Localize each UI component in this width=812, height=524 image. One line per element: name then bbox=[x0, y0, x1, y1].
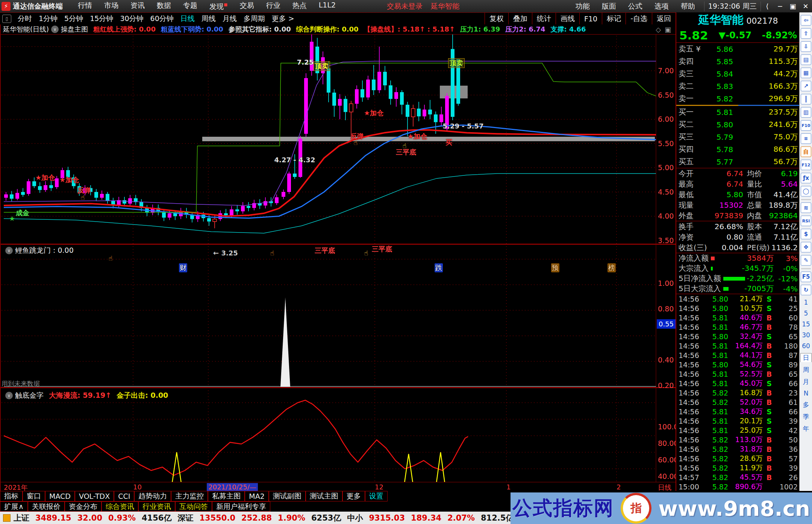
ring-icon[interactable]: ◯ bbox=[801, 186, 811, 196]
money-icon[interactable]: $ bbox=[801, 229, 811, 239]
x-axis-label-2021/10/25/—[interactable]: 2021/10/25/— bbox=[207, 483, 258, 491]
menu-item-选项[interactable]: 选项 bbox=[654, 2, 669, 11]
restore-button[interactable]: ▣ bbox=[786, 2, 799, 10]
period-tab-1分钟[interactable]: 1分钟 bbox=[39, 14, 58, 24]
tab-新用户福利专享[interactable]: 新用户福利专享 bbox=[212, 501, 270, 512]
tab-窗口[interactable]: 窗口 bbox=[23, 491, 45, 501]
tab-趋势动力[interactable]: 趋势动力 bbox=[134, 491, 171, 501]
bid-row[interactable]: 买五5.7756.7万 bbox=[676, 156, 800, 168]
toolbar-button-标记[interactable]: 标记 bbox=[602, 13, 626, 25]
x-axis[interactable]: 日线 2021年102021/10/25/—1212 bbox=[1, 482, 676, 491]
trend-line-icon[interactable]: ↗ bbox=[801, 81, 811, 91]
chevron-down-icon[interactable]: ∨ bbox=[5, 247, 13, 254]
ask-row[interactable]: 卖四5.85115.3万 bbox=[676, 55, 800, 68]
chevron-down-icon[interactable]: ∨ bbox=[5, 392, 13, 399]
pages-icon[interactable]: ▥ bbox=[801, 107, 811, 118]
tick-row[interactable]: 14:565.8145.0万S66 bbox=[676, 379, 800, 388]
strip-period-多[interactable]: 多 bbox=[801, 400, 811, 409]
kline-icon[interactable]: ║ bbox=[801, 94, 811, 104]
period-tab-周线[interactable]: 周线 bbox=[201, 14, 216, 24]
tab-设置[interactable]: 设置 bbox=[365, 491, 388, 501]
trade-login-status[interactable]: 交易未登录 bbox=[387, 2, 423, 11]
tick-row[interactable]: 14:565.8252.0万B61 bbox=[676, 397, 800, 407]
toolbar-button-返回[interactable]: 返回 bbox=[652, 13, 676, 25]
menu-item-热点[interactable]: 热点 bbox=[292, 1, 307, 12]
menu-item-资讯[interactable]: 资讯 bbox=[130, 1, 145, 12]
ask-row[interactable]: 卖一5.82296.9万 bbox=[676, 92, 800, 105]
tick-row[interactable]: 14:575.8245.5万B26 bbox=[676, 473, 800, 482]
pane2-header[interactable]: ∨ 鲤鱼跳龙门 : 0.00 bbox=[3, 246, 74, 255]
index-name-上证[interactable]: 上证 bbox=[14, 513, 29, 523]
main-indicator-name[interactable]: 操盘主图 bbox=[61, 25, 88, 34]
nav-back-icon[interactable]: ⇦ bbox=[801, 15, 811, 26]
scroll-down-icon[interactable]: ⇩ bbox=[801, 41, 811, 52]
ask-row[interactable]: 卖二5.83166.3万 bbox=[676, 80, 800, 92]
tab-测试主图[interactable]: 测试主图 bbox=[306, 491, 342, 501]
draw-icon[interactable]: ✎ bbox=[801, 255, 811, 266]
tab-更多[interactable]: 更多 bbox=[342, 491, 365, 501]
period-tab-30分钟[interactable]: 30分钟 bbox=[120, 14, 143, 24]
rsi-icon[interactable]: RSI bbox=[801, 216, 811, 226]
block-tree-icon[interactable]: ⌗ bbox=[801, 133, 811, 144]
tick-row[interactable]: 14:565.8228.6万B57 bbox=[676, 454, 800, 463]
bid-row[interactable]: 买三5.7975.0万 bbox=[676, 131, 800, 143]
quote-grid-icon[interactable]: ▦ bbox=[801, 68, 811, 78]
menu-item-发现[interactable]: 发现▪ bbox=[209, 1, 228, 12]
refresh-icon[interactable]: ↻ bbox=[801, 285, 811, 295]
tab-互动问答[interactable]: 互动问答 bbox=[175, 501, 212, 512]
stock-name[interactable]: 延华智能 bbox=[698, 12, 744, 28]
tab-VOL-TDX[interactable]: VOL-TDX bbox=[75, 491, 114, 501]
tick-row[interactable]: 15:005.82890.6万1002 bbox=[676, 482, 800, 491]
period-tab-日线[interactable]: 日线 bbox=[180, 14, 195, 24]
tick-row[interactable]: 14:565.8140.6万B60 bbox=[676, 313, 800, 322]
tick-list[interactable]: 14:565.8021.4万S4114:565.8010.5万S2514:565… bbox=[676, 294, 800, 491]
bid-row[interactable]: 买二5.80241.6万 bbox=[676, 118, 800, 131]
strip-period-季[interactable]: 季 bbox=[801, 412, 811, 421]
toolbar-button-统计[interactable]: 统计 bbox=[532, 13, 556, 25]
strip-period-60[interactable]: 60 bbox=[801, 342, 811, 350]
toolbar-button-叠加[interactable]: 叠加 bbox=[508, 13, 532, 25]
period-tab-月线[interactable]: 月线 bbox=[223, 14, 237, 24]
tick-row[interactable]: 14:565.82113.0万B50 bbox=[676, 435, 800, 444]
menu-item-行业[interactable]: 行业 bbox=[266, 1, 280, 12]
menu-item-数据[interactable]: 数据 bbox=[157, 1, 171, 12]
strip-period-1[interactable]: 1 bbox=[801, 299, 811, 306]
tick-row[interactable]: 14:565.8125.0万S42 bbox=[676, 426, 800, 435]
strip-period-5[interactable]: 5 bbox=[801, 310, 811, 317]
tab-行业资讯[interactable]: 行业资讯 bbox=[138, 501, 175, 512]
tick-row[interactable]: 14:565.8120.1万S39 bbox=[676, 416, 800, 426]
toolbar-button-F10[interactable]: F10 bbox=[579, 13, 602, 25]
multi-wave-icon[interactable]: ≋ bbox=[801, 202, 811, 213]
tab-扩展∧[interactable]: 扩展∧ bbox=[0, 501, 28, 512]
toolbar-button--自选[interactable]: -自选 bbox=[626, 13, 652, 25]
strip-period-15[interactable]: 15 bbox=[801, 320, 811, 328]
tab-CCI[interactable]: CCI bbox=[114, 491, 134, 501]
tick-row[interactable]: 14:565.81164.4万B180 bbox=[676, 341, 800, 350]
ask-row[interactable]: 卖五 ¥5.8629.7万 bbox=[676, 43, 800, 55]
tick-row[interactable]: 14:565.8054.6万S89 bbox=[676, 360, 800, 369]
strip-period-日[interactable]: 日 bbox=[800, 353, 812, 362]
menu-item-公式[interactable]: 公式 bbox=[628, 2, 642, 11]
menu-item-专题[interactable]: 专题 bbox=[183, 1, 197, 12]
move-icon[interactable]: ✥ bbox=[801, 242, 811, 252]
f5-icon[interactable]: F5 bbox=[801, 272, 811, 282]
minimize-button[interactable]: − bbox=[774, 2, 786, 10]
strip-period-N[interactable]: N bbox=[801, 390, 811, 397]
strip-period-周[interactable]: 周 bbox=[801, 365, 811, 374]
close-button[interactable]: ✕ bbox=[799, 2, 812, 10]
tab-MACD[interactable]: MACD bbox=[45, 491, 75, 501]
strip-period-年[interactable]: 年 bbox=[801, 424, 811, 433]
tab-关联报价[interactable]: 关联报价 bbox=[28, 501, 65, 512]
split-view-icon[interactable]: ▯ bbox=[2, 15, 11, 23]
period-tab-分时[interactable]: 分时 bbox=[18, 14, 32, 24]
app-logo-icon[interactable]: ⚡ bbox=[2, 2, 11, 11]
chevron-down-icon[interactable]: ∨ bbox=[51, 26, 59, 33]
bid-row[interactable]: 买一5.81237.5万 bbox=[676, 106, 800, 118]
f12-icon[interactable]: F12 bbox=[801, 160, 811, 170]
strip-period-月[interactable]: 月 bbox=[801, 378, 811, 386]
tab-综合资讯[interactable]: 综合资讯 bbox=[102, 501, 138, 512]
menu-item-市场[interactable]: 市场 bbox=[104, 1, 118, 12]
period-tab-更多 >[interactable]: 更多 > bbox=[272, 14, 294, 24]
menu-item-功能[interactable]: 功能 bbox=[576, 2, 590, 11]
index-name-中小[interactable]: 中小 bbox=[347, 513, 363, 523]
